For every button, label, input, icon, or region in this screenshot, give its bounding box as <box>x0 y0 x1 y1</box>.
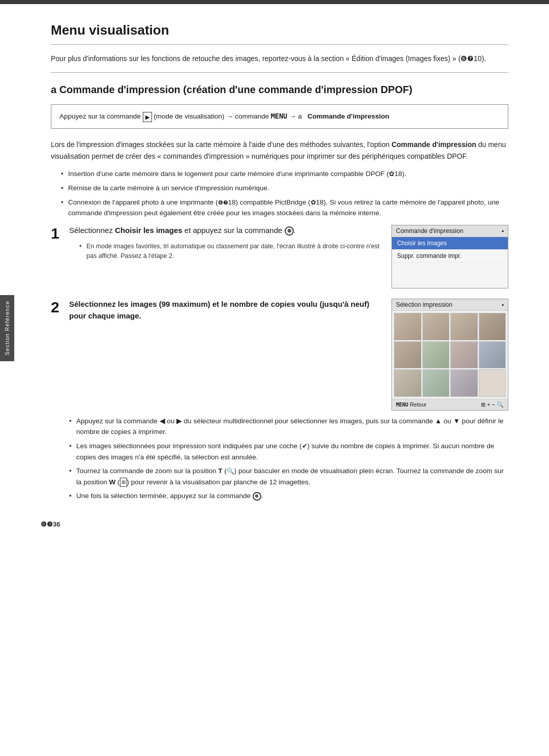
grid-cell-1 <box>394 313 421 340</box>
screenshot1-icon: ▪ <box>502 227 504 235</box>
step1-sub-bullet-1: En mode images favorites, tri automatiqu… <box>79 242 381 261</box>
page-title: Menu visualisation <box>51 22 508 45</box>
page-footer: ❻❼36 <box>41 520 60 528</box>
step2-number: 2 <box>51 299 69 315</box>
step1-container: 1 Sélectionnez Choisir les images et app… <box>51 225 508 288</box>
step2-heading: Sélectionnez les images (99 maximum) et … <box>69 299 381 322</box>
screenshot2-footer-controls: ⊞ + − 🔍 <box>481 401 504 408</box>
step1-row: 1 Sélectionnez Choisir les images et app… <box>51 225 381 263</box>
step2-container: 2 Sélectionnez les images (99 maximum) e… <box>51 299 508 411</box>
step2-content: Sélectionnez les images (99 maximum) et … <box>69 299 381 327</box>
step1-screenshot: Commande d'impression ▪ Choisir les imag… <box>391 225 508 288</box>
grid-cell-6 <box>422 341 450 369</box>
section-a-heading: a Commande d'impression (création d'une … <box>51 83 508 96</box>
step2-sub-bullet-4: Une fois la sélection terminée, appuyez … <box>69 490 508 502</box>
grid-cell-11 <box>450 369 478 397</box>
body-paragraph: Lors de l'impression d'images stockées s… <box>51 139 508 162</box>
screenshot2-title: Sélection impression <box>396 301 452 308</box>
footer-text: ❻❼36 <box>41 520 60 528</box>
screenshot2-header: Sélection impression ▪ <box>392 299 508 311</box>
main-bullet-list: Insertion d'une carte mémoire dans le lo… <box>51 168 508 219</box>
step1-number: 1 <box>51 225 69 241</box>
intro-text: Pour plus d'informations sur les fonctio… <box>51 53 508 73</box>
step2-sub-bullets: Appuyez sur la commande ◀ ou ▶ du sélect… <box>51 416 508 502</box>
step1-content: Sélectionnez Choisir les images et appuy… <box>69 225 381 263</box>
grid-cell-3 <box>450 313 478 340</box>
screenshot1-title: Commande d'impression <box>396 227 463 235</box>
step2-row: 2 Sélectionnez les images (99 maximum) e… <box>51 299 381 327</box>
grid-cell-4 <box>479 313 506 340</box>
step2-left: 2 Sélectionnez les images (99 maximum) e… <box>51 299 381 327</box>
screenshot2-icon: ▪ <box>502 301 504 308</box>
step2-screenshot: Sélection impression ▪ <box>391 299 508 411</box>
screenshot1-item-2: Suppr. commande impr. <box>392 250 508 263</box>
content-area: Menu visualisation Pour plus d'informati… <box>0 4 549 538</box>
step2-sub-bullet-1: Appuyez sur la commande ◀ ou ▶ du sélect… <box>69 416 508 438</box>
page-container: Section Référence Menu visualisation Pou… <box>0 0 549 756</box>
step1-left: 1 Sélectionnez Choisir les images et app… <box>51 225 381 263</box>
screenshot2-footer-menu: MENU Retour <box>396 401 426 408</box>
step1-heading: Sélectionnez Choisir les images et appuy… <box>69 226 296 235</box>
screenshot2-footer: MENU Retour ⊞ + − 🔍 <box>392 399 508 410</box>
bullet-item-1: Insertion d'une carte mémoire dans le lo… <box>61 168 508 180</box>
grid-cell-7 <box>450 341 478 369</box>
grid-cell-9 <box>394 369 421 397</box>
screenshot2-grid <box>392 311 508 399</box>
step2-sub-bullet-3: Tournez la commande de zoom sur la posit… <box>69 466 508 487</box>
info-box: Appuyez sur la commande ▶ (mode de visua… <box>51 104 508 129</box>
step1-sub-bullets: En mode images favorites, tri automatiqu… <box>69 242 381 261</box>
screenshot1-header: Commande d'impression ▪ <box>392 225 508 237</box>
info-box-text: Appuyez sur la commande ▶ (mode de visua… <box>59 112 389 120</box>
grid-cell-8 <box>479 341 506 369</box>
top-bar <box>0 0 549 4</box>
grid-cell-5 <box>394 341 421 369</box>
grid-cell-2 <box>422 313 450 340</box>
screenshot1-padding <box>392 263 508 288</box>
step2-sub-bullet-2: Les images sélectionnées pour impression… <box>69 441 508 462</box>
grid-cell-10 <box>422 369 450 397</box>
grid-cell-12 <box>479 369 506 397</box>
bullet-item-2: Remise de la carte mémoire à un service … <box>61 183 508 194</box>
bullet-item-3: Connexion de l'appareil photo à une impr… <box>61 197 508 219</box>
screenshot1-item-1: Choisir les images <box>392 237 508 250</box>
